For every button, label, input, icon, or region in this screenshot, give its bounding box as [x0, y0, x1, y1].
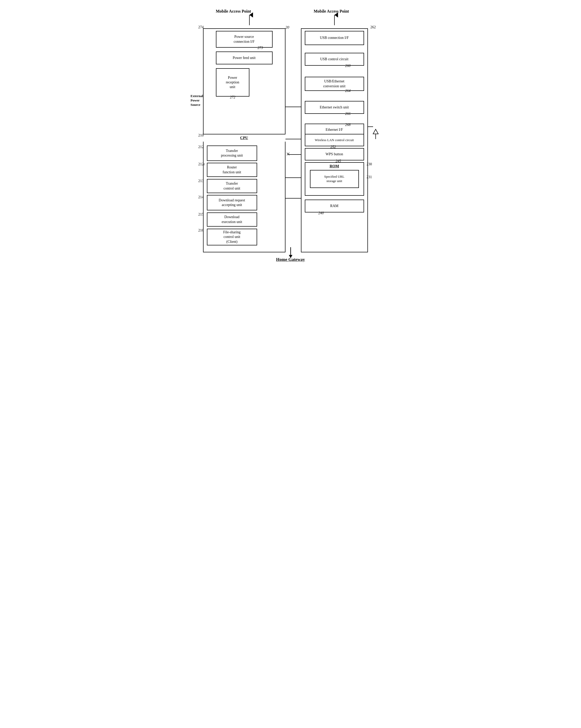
num-216: 216: [198, 228, 204, 233]
num-215: 215: [198, 212, 204, 216]
transfer-control-box: Transfercontrol unit: [207, 179, 257, 193]
download-request-box: Download requestaccepting unit: [207, 195, 257, 210]
usb-connection-box: USB connection I/F: [305, 31, 364, 45]
num-214: 214: [198, 195, 204, 199]
cpu-label-box: CPU: [203, 134, 285, 141]
num-272: 272: [230, 95, 235, 99]
diagram-container: Mobile Access Point Mobile Access Point …: [190, 8, 391, 265]
download-execution-label: Downloadexecution unit: [222, 215, 242, 224]
ethernet-if-label: Ethernet I/F: [326, 128, 343, 132]
svg-line-30: [287, 153, 289, 155]
num-266: 266: [345, 112, 351, 116]
power-feed-label: Power feed unit: [233, 56, 256, 60]
usb-ethernet-label: USB/Ethernetconversion unit: [323, 79, 346, 88]
num-264: 264: [345, 89, 351, 93]
ethernet-switch-label: Ethernet switch unit: [320, 105, 349, 110]
num-212r: 212r: [198, 162, 205, 166]
transfer-processing-label: Transferprocessing unit: [221, 149, 243, 158]
usb-connection-label: USB connection I/F: [320, 35, 349, 40]
home-gateway-label: Home Gateway: [242, 257, 339, 262]
num-230: 230: [367, 162, 372, 166]
cpu-label: CPU: [240, 135, 248, 140]
map-title-right: Mobile Access Point: [314, 9, 349, 14]
power-source-connection-box: Power sourceconnection I/F: [216, 31, 273, 48]
svg-line-31: [287, 153, 289, 155]
num-240: 240: [319, 211, 324, 215]
num-262: 262: [371, 25, 376, 29]
power-reception-label: Powerreceptionunit: [226, 75, 239, 89]
wps-button-label: WPS button: [325, 152, 343, 157]
file-sharing-box: File-sharingcontrol unit(Client): [207, 229, 257, 245]
file-sharing-label: File-sharingcontrol unit(Client): [223, 230, 241, 244]
usb-control-label: USB control circuit: [320, 57, 349, 61]
transfer-processing-box: Transferprocessing unit: [207, 146, 257, 161]
num-260: 260: [345, 64, 351, 68]
num-210: 210: [198, 133, 204, 137]
download-request-label: Download requestaccepting unit: [219, 198, 245, 207]
rom-label: ROM: [330, 164, 339, 169]
specified-url-inner-box: Specified URLstorage unit: [310, 170, 359, 188]
num-231: 231: [367, 175, 372, 179]
ethernet-switch-box: Ethernet switch unit: [305, 101, 364, 114]
power-feed-box: Power feed unit: [216, 52, 273, 64]
num-273: 273: [258, 46, 263, 50]
wireless-lan-box: Wireless LAN control circuit: [305, 134, 364, 146]
num-213: 213: [198, 179, 204, 183]
wireless-lan-label: Wireless LAN control circuit: [315, 138, 354, 142]
wps-button-box: WPS button: [305, 148, 364, 160]
svg-marker-44: [373, 129, 378, 134]
external-power-label: ExternalPowerSource: [191, 94, 203, 107]
num-268: 268: [345, 123, 351, 127]
router-function-label: Routerfunction unit: [223, 165, 241, 174]
rom-outer-box: ROM Specified URLstorage unit: [305, 162, 364, 196]
map-title-left: Mobile Access Point: [216, 9, 251, 14]
power-reception-box: Powerreceptionunit: [216, 68, 249, 97]
usb-control-box: USB control circuit: [305, 53, 364, 66]
router-function-box: Routerfunction unit: [207, 163, 257, 177]
download-execution-box: Downloadexecution unit: [207, 212, 257, 227]
specified-url-label: Specified URLstorage unit: [324, 175, 344, 183]
ram-box: RAM: [305, 200, 364, 212]
transfer-control-label: Transfercontrol unit: [224, 181, 241, 190]
usb-ethernet-box: USB/Ethernetconversion unit: [305, 77, 364, 91]
ram-label: RAM: [330, 204, 338, 208]
num-20: 20: [285, 25, 289, 30]
num-212: 212: [198, 145, 204, 149]
power-source-connection-label: Power sourceconnection I/F: [234, 34, 255, 44]
